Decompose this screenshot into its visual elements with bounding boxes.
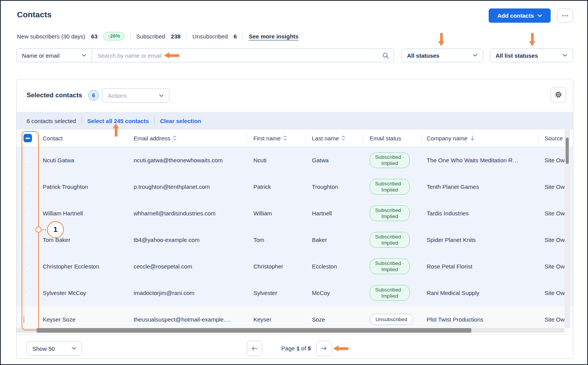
- email-status-cell: Subscribed ·Implied: [363, 179, 421, 195]
- first-name: Keyser: [248, 316, 305, 323]
- column-header-email[interactable]: Email address: [129, 130, 248, 147]
- vertical-scrollbar: [565, 130, 570, 328]
- checkbox-cell: [17, 263, 39, 270]
- table-row[interactable]: Tom Baker tb4@yahoo-example.com Tom Bake…: [17, 227, 573, 253]
- table-row[interactable]: Christopher Eccleston ceccle@rosepetal.c…: [17, 253, 573, 280]
- select-all-link[interactable]: Select all 245 contacts: [87, 118, 149, 124]
- email-address: theusualsuspect@hotmail-example.…: [129, 316, 248, 323]
- last-name: Baker: [305, 237, 363, 243]
- total-pages: 5: [308, 345, 311, 352]
- first-name: Ncuti: [248, 157, 305, 163]
- company-name: The One Who Waits Meditation R…: [421, 157, 538, 163]
- first-name: Christopher: [248, 263, 305, 270]
- email-address: tb4@yahoo-example.com: [129, 237, 248, 243]
- email-address: p.troughton@tenthplanet.com: [129, 183, 248, 190]
- list-status-filter-label: All list statuses: [496, 52, 538, 59]
- page-size-dropdown[interactable]: Show 50: [27, 341, 82, 356]
- arrow-right-icon: [321, 346, 327, 351]
- sort-desc-icon: [470, 135, 475, 141]
- email-status-badge: Subscribed ·Implied: [370, 205, 410, 222]
- previous-page-button[interactable]: [247, 341, 262, 356]
- column-header-company[interactable]: Company name: [421, 130, 538, 147]
- company-name: Tardis Industries: [421, 210, 538, 217]
- panel-footer: Show 50 Page 1 of 5: [17, 334, 573, 359]
- horizontal-scrollbar-thumb[interactable]: [37, 328, 471, 333]
- contact-name: Patrick Troughton: [39, 183, 129, 190]
- status-filter-dropdown[interactable]: All statuses: [401, 48, 483, 62]
- column-header-last-name[interactable]: Last name: [305, 130, 363, 147]
- ellipsis-icon: ⋯: [562, 12, 568, 20]
- table-row[interactable]: Sylvester McCoy imadoctorjim@rani.com Sy…: [17, 280, 573, 306]
- sort-both-icon: [173, 135, 176, 141]
- list-status-filter-dropdown[interactable]: All list statuses: [490, 48, 573, 62]
- company-name: Spider Planet Knits: [421, 237, 538, 243]
- email-address: ncuti.gatwa@theonewhowaits.com: [129, 157, 248, 163]
- header-checkbox-cell: [17, 130, 39, 147]
- page-size-label: Show 50: [32, 345, 55, 352]
- checkbox-cell: [17, 210, 39, 217]
- company-name: Plot Twist Productions: [421, 316, 538, 323]
- checkbox-cell: [17, 183, 39, 190]
- see-more-insights-link[interactable]: See more insights: [249, 33, 298, 40]
- contacts-page: Contacts Add contacts ⋯ New subscribers …: [0, 0, 588, 365]
- email-status-cell: Subscribed ·Implied: [363, 205, 421, 222]
- chevron-down-icon: [473, 54, 477, 57]
- search-area: [92, 49, 394, 62]
- annotation-arrow-list-statuses: [529, 33, 535, 46]
- email-status-badge: Subscribed ·Implied: [370, 258, 410, 275]
- selection-count-text: 6 contacts selected: [27, 118, 76, 124]
- email-status-badge: Unsubscribed: [370, 314, 413, 325]
- annotation-arrow-next-page: [333, 345, 348, 352]
- next-page-button[interactable]: [316, 341, 332, 356]
- annotation-arrow-statuses: [438, 33, 444, 46]
- column-header-email-status[interactable]: Email status: [363, 130, 421, 147]
- contact-name: Christopher Eccleston: [39, 263, 129, 270]
- search-input[interactable]: [97, 52, 382, 59]
- company-name: Rani Medical Supply: [421, 290, 538, 296]
- clear-selection-link[interactable]: Clear selection: [160, 118, 201, 124]
- more-options-button[interactable]: ⋯: [557, 8, 573, 23]
- checkbox-cell: [17, 157, 39, 163]
- selection-bar: 6 contacts selected Select all 245 conta…: [17, 112, 573, 130]
- last-name: Eccleston: [305, 263, 363, 270]
- email-address: ceccle@rosepetal.com: [129, 263, 248, 270]
- search-icon: [382, 52, 389, 59]
- subscribed-label: Subscribed: [136, 33, 165, 40]
- table-row[interactable]: Ncuti Gatwa ncuti.gatwa@theonewhowaits.c…: [17, 147, 573, 173]
- column-header-first-name[interactable]: First name: [248, 130, 305, 147]
- first-name: Tom: [248, 237, 305, 243]
- add-contacts-button[interactable]: Add contacts: [489, 8, 551, 23]
- email-address: imadoctorjim@rani.com: [129, 290, 248, 296]
- contacts-panel: Selected contacts 6 Actions 6 con: [16, 79, 573, 359]
- email-status-cell: Subscribed ·Implied: [363, 232, 421, 248]
- email-status-badge: Subscribed ·Implied: [370, 232, 410, 248]
- search-field-selector[interactable]: Name or email: [17, 49, 92, 62]
- email-status-cell: Subscribed ·Implied: [363, 258, 421, 275]
- email-status-cell: Subscribed ·Implied: [363, 152, 421, 168]
- email-status-badge: Subscribed ·Implied: [370, 152, 410, 168]
- unsubscribed-label: Unsubscribed: [193, 33, 228, 40]
- contact-name: Sylvester McCoy: [39, 290, 129, 296]
- table-row[interactable]: Keyser Soze theusualsuspect@hotmail-exam…: [17, 306, 573, 328]
- sort-both-icon: [283, 135, 287, 141]
- page-indicator: Page 1 of 5: [269, 345, 323, 352]
- table-row[interactable]: Patrick Troughton p.troughton@tenthplane…: [17, 173, 573, 200]
- annotation-arrow-search: [164, 52, 179, 58]
- growth-badge: ↑26%: [103, 32, 124, 40]
- last-name: Gatwa: [305, 157, 363, 163]
- first-name: Sylvester: [248, 290, 305, 296]
- vertical-scrollbar-thumb[interactable]: [566, 138, 569, 164]
- email-status-cell: Subscribed ·Implied: [363, 285, 421, 301]
- table-settings-button[interactable]: [551, 87, 566, 102]
- company-name: Tenth Planet Games: [421, 183, 538, 190]
- table-header: Contact Email address First name Last na…: [17, 130, 573, 147]
- actions-dropdown[interactable]: Actions: [102, 88, 169, 103]
- stats-row: New subscribers (30 days) 63 ↑26% Subscr…: [17, 32, 298, 41]
- last-name: Hartnell: [305, 210, 363, 217]
- row-checkbox[interactable]: [23, 316, 24, 323]
- select-all-checkbox[interactable]: [23, 134, 32, 142]
- actions-label: Actions: [108, 92, 127, 99]
- panel-header: Selected contacts 6 Actions: [17, 79, 573, 112]
- table-row[interactable]: William Hartnell whharnell@tardisindustr…: [17, 200, 573, 227]
- search-field-selector-label: Name or email: [22, 52, 60, 59]
